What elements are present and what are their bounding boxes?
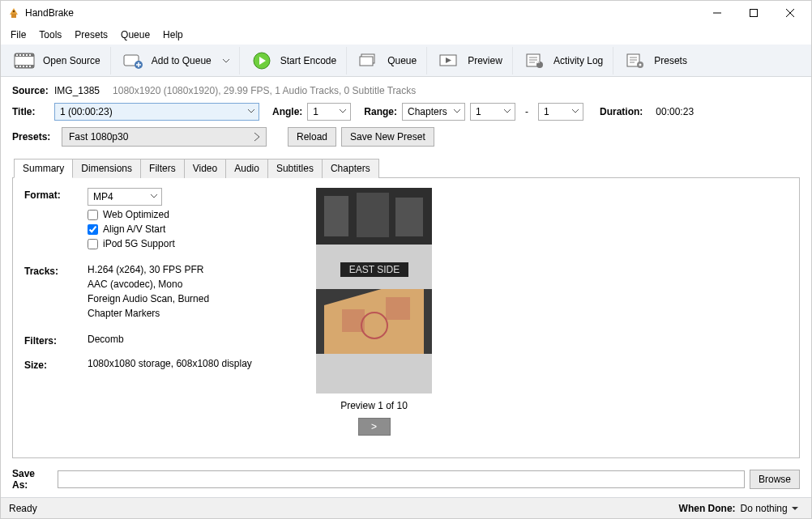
web-optimized-input[interactable] [88, 210, 98, 220]
range-to-dropdown[interactable]: 1 [538, 103, 583, 121]
angle-value: 1 [313, 106, 318, 117]
tab-chapters[interactable]: Chapters [322, 159, 379, 178]
reload-button[interactable]: Reload [288, 127, 336, 147]
summary-panel: Format: MP4 Web Optimized Align A/V S [12, 178, 800, 458]
angle-dropdown[interactable]: 1 [307, 103, 351, 121]
range-from-dropdown[interactable]: 1 [470, 103, 515, 121]
tab-dimensions[interactable]: Dimensions [72, 159, 141, 178]
start-encode-button[interactable]: Start Encode [241, 47, 347, 74]
title-label: Title: [12, 106, 49, 117]
svg-rect-15 [19, 66, 21, 67]
chevron-down-icon [223, 57, 229, 64]
preview-icon [438, 52, 459, 70]
titlebar: HandBrake [1, 1, 811, 25]
svg-rect-3 [750, 10, 757, 17]
size-label: Size: [24, 358, 88, 371]
save-new-preset-button[interactable]: Save New Preset [341, 127, 434, 147]
add-to-queue-label: Add to Queue [152, 55, 212, 66]
align-av-input[interactable] [88, 224, 98, 235]
preview-caption: Preview 1 of 10 [340, 400, 408, 411]
filters-label: Filters: [24, 334, 88, 347]
close-button[interactable] [771, 1, 808, 25]
svg-rect-17 [26, 66, 28, 67]
source-row: Source: IMG_1385 1080x1920 (1080x1920), … [12, 85, 800, 96]
minimize-button[interactable] [699, 1, 735, 25]
svg-point-1 [13, 11, 15, 12]
save-as-input[interactable] [58, 470, 745, 488]
tabstrip: Summary Dimensions Filters Video Audio S… [12, 158, 800, 178]
status-text: Ready [9, 503, 37, 514]
maximize-button[interactable] [735, 1, 771, 25]
source-label: Source: [12, 85, 49, 96]
format-value: MP4 [93, 191, 113, 202]
activity-log-button[interactable]: Activity Log [515, 47, 613, 74]
open-source-label: Open Source [43, 55, 100, 66]
summary-left: Format: MP4 Web Optimized Align A/V S [24, 188, 292, 448]
presets-button[interactable]: Presets [615, 47, 697, 74]
range-dash: - [520, 106, 533, 117]
start-encode-label: Start Encode [280, 55, 336, 66]
menu-help[interactable]: Help [156, 26, 190, 44]
presets-label: Presets: [12, 131, 57, 143]
ipod-checkbox[interactable]: iPod 5G Support [88, 238, 292, 249]
open-source-button[interactable]: Open Source [4, 47, 111, 74]
menu-queue[interactable]: Queue [114, 26, 156, 44]
tab-subtitles[interactable]: Subtitles [267, 159, 323, 178]
when-done-label: When Done: [679, 503, 736, 514]
chevron-down-icon [453, 107, 461, 115]
range-mode-dropdown[interactable]: Chapters [402, 103, 465, 121]
svg-rect-40 [395, 198, 423, 236]
tab-summary[interactable]: Summary [14, 159, 73, 178]
menu-tools[interactable]: Tools [32, 26, 68, 44]
preset-value: Fast 1080p30 [69, 131, 128, 143]
tab-filters[interactable]: Filters [140, 159, 185, 178]
format-label: Format: [24, 188, 88, 249]
size-value: 1080x1080 storage, 608x1080 display [88, 358, 252, 369]
source-meta: 1080x1920 (1080x1920), 29.99 FPS, 1 Audi… [113, 85, 416, 96]
tab-audio[interactable]: Audio [225, 159, 268, 178]
preview-next-button[interactable]: > [358, 418, 391, 436]
save-as-label: Save As: [12, 468, 53, 491]
presets-toolbar-label: Presets [654, 55, 687, 66]
menubar: File Tools Presets Queue Help [1, 25, 811, 45]
queue-icon [358, 52, 379, 70]
when-done-dropdown[interactable]: Do nothing [736, 503, 803, 514]
svg-rect-12 [26, 54, 28, 56]
track-line-4: Chapter Markers [88, 308, 292, 319]
chevron-down-icon [339, 107, 347, 115]
range-mode-value: Chapters [408, 106, 447, 117]
menu-file[interactable]: File [4, 26, 32, 44]
statusbar: Ready When Done: Do nothing [1, 497, 811, 518]
preview-button[interactable]: Preview [429, 47, 513, 74]
queue-button[interactable]: Queue [348, 47, 427, 74]
add-queue-icon [122, 52, 143, 70]
presets-row: Presets: Fast 1080p30 Reload Save New Pr… [12, 127, 800, 147]
menu-presets[interactable]: Presets [68, 26, 114, 44]
queue-label: Queue [387, 55, 417, 66]
svg-rect-23 [360, 57, 373, 66]
range-from-value: 1 [476, 106, 481, 117]
add-to-queue-button[interactable]: Add to Queue [113, 47, 240, 74]
chevron-down-icon [571, 107, 579, 115]
window-title: HandBrake [25, 7, 74, 19]
play-icon [251, 52, 272, 70]
svg-rect-11 [23, 54, 24, 56]
svg-text:EAST SIDE: EAST SIDE [349, 264, 400, 275]
svg-rect-16 [23, 66, 24, 67]
tracks-label: Tracks: [24, 264, 88, 322]
tab-video[interactable]: Video [184, 159, 226, 178]
ipod-input[interactable] [88, 239, 98, 249]
preview-label: Preview [468, 55, 502, 66]
align-av-checkbox[interactable]: Align A/V Start [88, 223, 292, 235]
title-dropdown-value: 1 (00:00:23) [60, 106, 113, 117]
title-dropdown[interactable]: 1 (00:00:23) [54, 103, 259, 121]
activity-log-label: Activity Log [553, 55, 603, 66]
save-row: Save As: Browse [1, 462, 811, 497]
title-row: Title: 1 (00:00:23) Angle: 1 Range: Chap… [12, 103, 800, 121]
chevron-down-icon [150, 192, 158, 200]
format-dropdown[interactable]: MP4 [88, 188, 162, 206]
browse-button[interactable]: Browse [750, 470, 800, 489]
preset-dropdown[interactable]: Fast 1080p30 [62, 127, 267, 147]
web-optimized-checkbox[interactable]: Web Optimized [88, 209, 292, 220]
svg-rect-46 [316, 354, 432, 394]
